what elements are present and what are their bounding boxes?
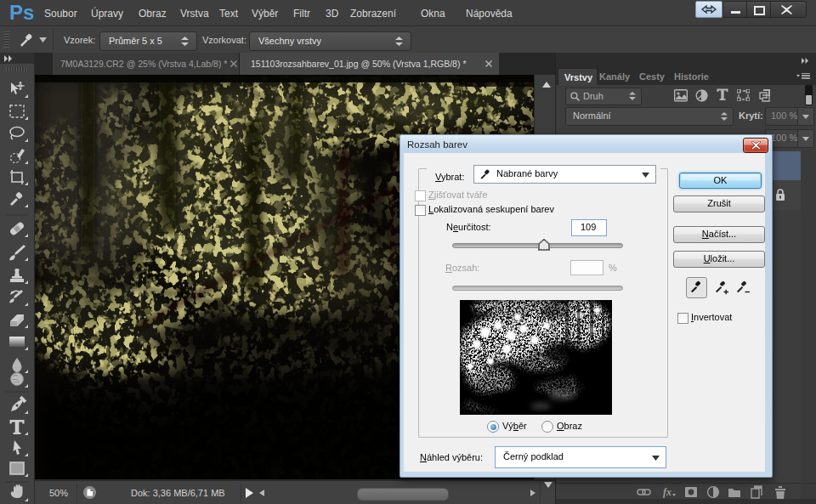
- svg-text:fx: fx: [663, 486, 672, 498]
